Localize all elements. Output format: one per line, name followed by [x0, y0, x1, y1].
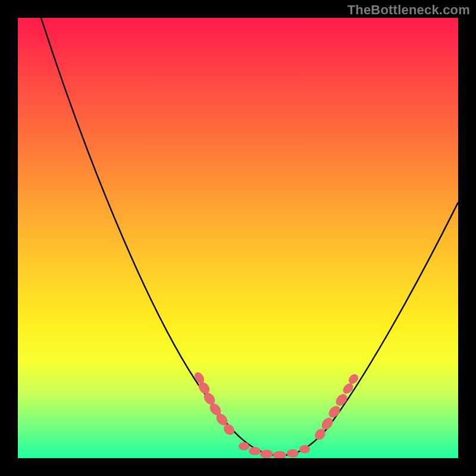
marker-dot — [273, 451, 286, 458]
marker-dot — [239, 442, 249, 450]
marker-dot — [249, 447, 261, 455]
marker-dot — [299, 445, 310, 453]
marker-dot — [287, 449, 299, 458]
chart-frame: TheBottleneck.com — [0, 0, 476, 476]
bottleneck-curve — [41, 18, 458, 456]
markers — [193, 371, 361, 458]
marker-dot — [260, 450, 273, 458]
watermark-text: TheBottleneck.com — [347, 2, 470, 18]
curve-layer — [18, 18, 458, 458]
plot-area — [18, 18, 458, 458]
